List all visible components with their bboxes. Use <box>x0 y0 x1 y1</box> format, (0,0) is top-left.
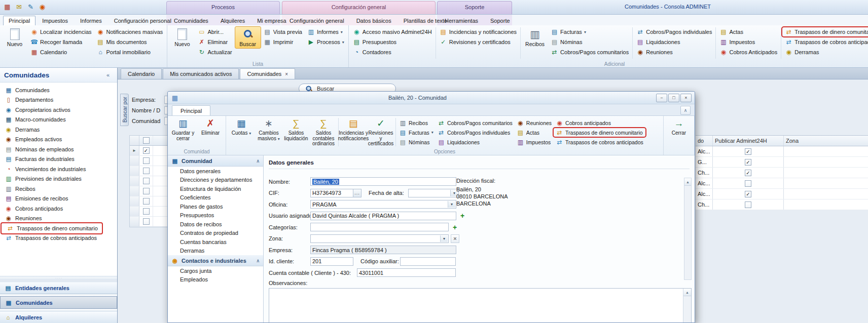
publicar-checkbox[interactable]: ✓ <box>745 148 751 155</box>
close-icon[interactable]: × <box>680 94 692 102</box>
maximize-icon[interactable]: □ <box>668 94 679 102</box>
sidebar-item[interactable]: ⇄ Traspasos de dinero comunitario <box>2 223 102 233</box>
ribbon-tab[interactable]: Informes <box>75 16 107 25</box>
sidebar-item[interactable]: ◉ Cobros anticipados <box>0 204 117 214</box>
ribbon-button[interactable]: ✓ Revisiones y certificados <box>437 37 519 47</box>
buscar-por-tab[interactable]: Buscar por <box>120 94 129 126</box>
dialog-ribbon-button[interactable]: ⇄ Traspasos de dinero comunitario <box>554 128 645 137</box>
ribbon-button[interactable]: ▤ Nóminas <box>548 37 631 47</box>
edit-note-icon[interactable]: ✎ <box>26 3 35 11</box>
chevron-down-icon[interactable]: ▾ <box>448 201 455 208</box>
publicar-checkbox[interactable]: ✓ <box>745 159 751 166</box>
row-checkbox[interactable] <box>143 188 150 194</box>
column-header[interactable]: Publicar Adminet24H <box>713 136 784 146</box>
sidebar-item[interactable]: ▤ Nóminas de empleados <box>0 144 117 154</box>
dialog-ribbon-button[interactable]: ▤ Facturas ▾ <box>397 128 436 137</box>
sidebar-item[interactable]: ◔ Vencimientos de industriales <box>0 164 117 174</box>
dialog-ribbon-button[interactable]: ✓ Revisiones y certificados <box>367 117 394 148</box>
scroll-up-icon[interactable]: ▲ <box>684 178 691 186</box>
dialog-ribbon-button[interactable]: ▥ Recibos <box>397 118 436 127</box>
sidebar-item[interactable]: ▤ Emisiones de recibos <box>0 194 117 204</box>
ribbon-button[interactable]: ↻ Actualizar <box>195 48 234 57</box>
nav-item[interactable]: Cuentas bancarias <box>168 237 263 247</box>
nombre-input[interactable]: Bailén, 20 <box>310 177 456 186</box>
oficina-combo[interactable]: PRAGMA▾ <box>310 200 456 209</box>
nuevo-button[interactable]: Nuevo <box>2 26 28 49</box>
zona-combo[interactable]: ▾ <box>310 234 449 243</box>
ribbon-button[interactable]: ⇄ Cobros/Pagos comunitarios <box>548 48 631 57</box>
ribbon-button[interactable]: ⇄ Traspasos de cobros anticipados <box>782 37 868 47</box>
chevron-down-icon[interactable]: ▾ <box>440 235 448 242</box>
sidebar-item[interactable]: ▥ Previsiones de industriales <box>0 174 117 184</box>
sidebar-item[interactable]: ▦ Macro-comunidades <box>0 115 117 125</box>
ribbon-tab[interactable]: Alquileres <box>215 16 250 25</box>
ribbon-tab[interactable]: Datos básicos <box>351 16 397 25</box>
recibos-button[interactable]: ▥ Recibos <box>522 26 548 49</box>
nav-section-comunidad[interactable]: ▦ Comunidad ∧ <box>168 155 263 167</box>
document-tab[interactable]: Calendario <box>121 68 162 79</box>
mail-icon[interactable]: ✉ <box>15 3 23 11</box>
fecha-alta-combo[interactable]: ▾ <box>408 189 459 197</box>
dialog-tab-principal[interactable]: Principal <box>172 105 210 115</box>
dialog-ribbon-button[interactable]: ▤ Nóminas <box>397 138 436 146</box>
cerrar-button[interactable]: → Cerrar <box>665 117 693 137</box>
ribbon-button[interactable]: ▥ Informes ▾ <box>305 27 347 36</box>
feed-icon[interactable]: ◉ <box>38 3 47 11</box>
ribbon-button[interactable]: ✗ Eliminar <box>195 37 234 47</box>
nav-item[interactable]: Estructura de liquidación <box>168 184 263 193</box>
add-categoria-icon[interactable]: + <box>451 223 459 231</box>
column-header[interactable]: Zona <box>784 136 868 146</box>
ribbon-button[interactable]: ⇄ Cobros/Pagos individuales <box>634 27 714 36</box>
dialog-ribbon-button[interactable]: ∑ Saldos liquidación <box>282 117 310 142</box>
document-tab[interactable]: Comunidades × <box>240 68 295 79</box>
ribbon-tab[interactable]: Soporte <box>485 16 516 25</box>
scroll-up-icon[interactable]: ▲ <box>683 289 691 296</box>
add-user-icon[interactable]: + <box>458 212 466 220</box>
ribbon-button[interactable]: ⇄ Traspasos de dinero comunitario <box>782 27 868 36</box>
dialog-ribbon-button[interactable]: ∗ Cambios masivos ▾ <box>255 117 282 143</box>
dialog-ribbon-button[interactable]: ⇄ Cobros/Pagos individuales <box>436 128 515 137</box>
sidebar-band[interactable]: ⌂ Alquileres <box>0 311 117 323</box>
sidebar-item[interactable]: ◉ Empleados activos <box>0 135 117 145</box>
nav-item[interactable]: Planes de gastos <box>168 202 263 211</box>
sidebar-item[interactable]: ◉ Copropietarios activos <box>0 105 117 115</box>
row-checkbox[interactable]: ✓ <box>143 147 150 154</box>
ribbon-button[interactable]: ◉ Reuniones <box>634 48 714 57</box>
clear-zona-icon[interactable]: × <box>451 234 459 243</box>
dialog-ribbon-button[interactable]: ∑ Saldos contables ordinarios <box>310 117 337 148</box>
ribbon-button[interactable]: ⌂ Portal inmobiliario <box>94 48 166 57</box>
dialog-ribbon-button[interactable]: ◉ Reuniones <box>515 118 554 127</box>
row-checkbox[interactable] <box>143 178 150 184</box>
form-scrollbar[interactable]: ▲ <box>684 178 692 280</box>
ribbon-tab[interactable]: Impuestos <box>37 16 74 25</box>
dialog-ribbon-button[interactable]: ▥ Impuestos <box>515 138 554 146</box>
ribbon-button[interactable]: ☎ Recoger llamada <box>28 37 94 47</box>
dialog-ribbon-button[interactable]: ⇄ Traspasos de cobros anticipados <box>554 138 645 146</box>
ribbon-button[interactable]: ▦ Imprimir <box>261 37 305 47</box>
cif-browse-button[interactable]: ... <box>353 189 361 197</box>
cif-input[interactable]: H37364973 <box>310 189 353 197</box>
sidebar-band[interactable]: ▦ Comunidades <box>0 296 117 309</box>
id-cliente-input[interactable]: 201 <box>310 257 353 266</box>
sidebar-item[interactable]: ⇄ Traspasos de cobros anticipados <box>0 233 117 244</box>
codigo-auxiliar-input[interactable] <box>400 257 456 266</box>
ribbon-button[interactable]: ▤ Vista previa <box>261 27 305 36</box>
publicar-checkbox[interactable]: ✓ <box>745 191 751 197</box>
nav-item[interactable]: Coeficientes <box>168 193 263 203</box>
ribbon-tab[interactable]: Principal <box>3 16 35 25</box>
table-row[interactable]: Ch... <box>696 199 868 210</box>
sidebar-item[interactable]: ◉ Reuniones <box>0 214 117 224</box>
nav-item[interactable]: Datos de recibos <box>168 220 263 229</box>
ribbon-button[interactable]: ▤ Presupuestos <box>350 37 435 47</box>
dialog-ribbon-button[interactable]: ✗ Eliminar <box>197 117 224 137</box>
ribbon-button[interactable]: ▤ Mis documentos <box>94 37 166 47</box>
ribbon-button[interactable]: ▦ Calendario <box>28 48 94 57</box>
publicar-checkbox[interactable] <box>745 201 751 208</box>
ribbon-tab[interactable]: Configuración general <box>284 16 350 25</box>
tab-close-icon[interactable]: × <box>285 71 288 77</box>
nav-item[interactable]: Cargos junta <box>168 266 263 275</box>
nav-item[interactable]: Empleados <box>168 275 263 285</box>
ribbon-button[interactable]: ◉ Localizar incidencias <box>28 27 94 36</box>
table-row[interactable]: Alc... ✓ <box>696 189 868 199</box>
dialog-ribbon-button[interactable]: ◉ Cobros anticipados <box>554 118 645 127</box>
